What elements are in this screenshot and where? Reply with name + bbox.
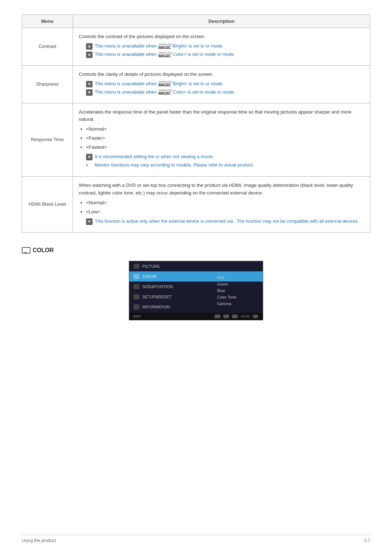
page-footer: Using the product 3-7 — [22, 535, 370, 543]
note-item: ■This function is active only when the e… — [86, 218, 364, 225]
note-text: This menu is unavailable when SAMSUNGMAG… — [95, 51, 235, 58]
desc-cell: Accelerates the response time of the pan… — [73, 103, 370, 177]
osd-item-label: INFORMATION — [142, 305, 170, 309]
color-heading: COLOR — [22, 247, 370, 254]
note-text: This menu is unavailable when SAMSUNGMAG… — [95, 81, 224, 87]
osd-menu: PICTURECOLORSIZE&POSITIONSETUP&RESETINFO… — [129, 261, 263, 320]
osd-right-item: Green — [217, 282, 258, 286]
note-icon: ■ — [86, 43, 93, 50]
note-item: ■This menu is unavailable when SAMSUNGMA… — [86, 51, 364, 58]
note-text: This function is active only when the ex… — [95, 218, 359, 225]
note-item: •Monitor functions may vary according to… — [86, 162, 364, 169]
osd-item-icon — [134, 304, 139, 309]
osd-bottom-edit: EDIT — [134, 315, 141, 318]
desc-cell: When watching with a DVD or set-top box … — [73, 177, 370, 232]
osd-item-icon — [134, 274, 139, 279]
osd-right-item: Gamma — [217, 301, 258, 306]
osd-item-icon — [134, 284, 139, 289]
osd-item-label: SETUP&RESET — [142, 295, 172, 299]
footer-right: 3-7 — [364, 538, 370, 543]
note-item: ■This menu is unavailable when SAMSUNGMA… — [86, 81, 364, 87]
note-icon: ■ — [86, 89, 93, 96]
menu-cell: HDMI Black Level — [22, 177, 73, 232]
osd-right-item: Red — [217, 275, 258, 280]
col-header-desc: Description — [73, 15, 370, 28]
osd-right-panel: RedGreenBlueColor ToneGamma — [212, 261, 263, 320]
osd-right-item: Color Tone — [217, 295, 258, 299]
list-item: <Normal> — [86, 126, 364, 133]
osd-item-icon — [134, 294, 139, 299]
osd-item-icon — [134, 264, 139, 269]
menu-cell: Contrast — [22, 28, 73, 66]
list-item: <Fastest> — [86, 144, 364, 151]
osd-item-label: PICTURE — [142, 264, 160, 268]
desc-intro: Controls the clarity of details of pictu… — [79, 71, 364, 78]
list-item: <Low> — [86, 208, 364, 216]
note-icon: ■ — [86, 52, 93, 58]
color-heading-text: COLOR — [33, 247, 54, 254]
note-text: Monitor functions may vary according to … — [95, 162, 254, 169]
note-item: ■It is recommended setting the or when n… — [86, 153, 364, 160]
note-icon: ■ — [86, 218, 93, 225]
osd-item-label: SIZE&POSITION — [142, 284, 173, 289]
desc-intro: Controls the contrast of the pictures di… — [79, 33, 364, 41]
color-section: COLOR PICTURECOLORSIZE&POSITIONSETUP&RES… — [22, 247, 370, 320]
osd-item-label: COLOR — [142, 274, 156, 279]
note-item: ■This menu is unavailable when SAMSUNGMA… — [86, 43, 364, 50]
note-text: This menu is unavailable when SAMSUNGMAG… — [95, 43, 224, 50]
osd-container: PICTURECOLORSIZE&POSITIONSETUP&RESETINFO… — [22, 261, 370, 320]
osd-right-item: Blue — [217, 288, 258, 293]
list-item: <Normal> — [86, 199, 364, 207]
note-icon: ■ — [86, 154, 93, 160]
color-heading-icon — [22, 247, 30, 254]
menu-cell: Sharpness — [22, 65, 73, 103]
col-header-menu: Menu — [22, 15, 73, 28]
footer-left: Using the product — [22, 538, 56, 543]
note-text: This menu is unavailable when SAMSUNGMAG… — [95, 89, 235, 96]
desc-intro: When watching with a DVD or set-top box … — [79, 182, 364, 197]
desc-intro: Accelerates the response time of the pan… — [79, 108, 364, 124]
list-item: <Faster> — [86, 135, 364, 142]
desc-cell: Controls the contrast of the pictures di… — [73, 28, 370, 66]
menu-cell: Response Time — [22, 103, 73, 177]
desc-cell: Controls the clarity of details of pictu… — [73, 65, 370, 103]
note-item: ■This menu is unavailable when SAMSUNGMA… — [86, 89, 364, 96]
main-table: Menu Description ContrastControls the co… — [22, 15, 370, 233]
note-text: It is recommended setting the or when no… — [95, 153, 214, 160]
note-icon: ■ — [86, 81, 93, 87]
